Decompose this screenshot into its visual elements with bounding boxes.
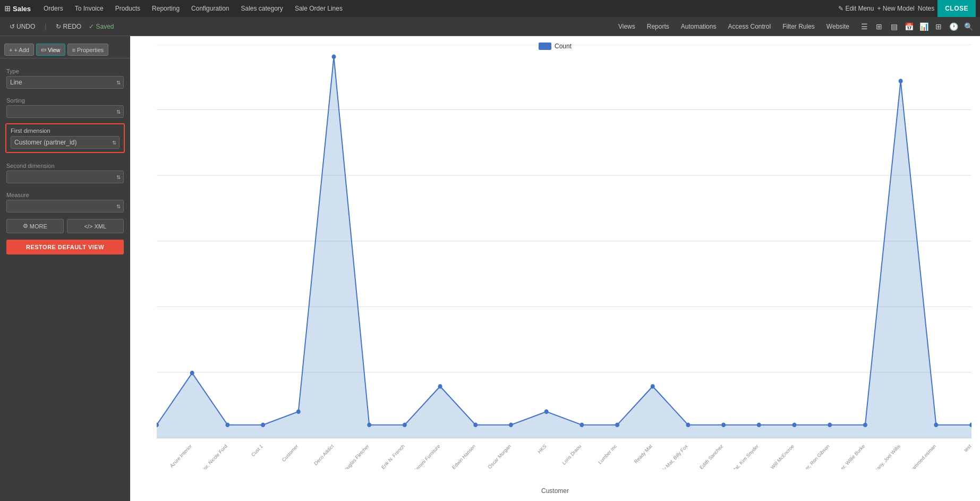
legend-label: Count [555,43,572,50]
sorting-section: Sorting [0,91,130,120]
view-icon: ▭ [41,46,46,53]
search-icon[interactable]: 🔍 [963,22,974,31]
undo-button[interactable]: ↺ UNDO [6,21,38,32]
x-label-11: HKS [537,444,548,455]
properties-button[interactable]: ≡ Properties [67,44,109,56]
x-label-5: Deco Addict [313,443,335,466]
chart-legend: Count [539,43,572,50]
data-point-15 [686,422,690,427]
app-name: Sales [13,5,31,13]
sorting-select[interactable] [6,105,124,118]
toolbar-website[interactable]: Website [824,22,851,31]
data-point-21 [899,79,903,83]
type-section: Type Line [0,62,130,91]
data-point-7 [403,422,407,427]
data-point-11 [544,410,549,414]
x-label-4: Customer [281,444,299,463]
sorting-label: Sorting [6,97,124,104]
redo-icon: ↻ [56,23,61,30]
line-chart: 0 5 10 15 20 25 30 [157,45,972,469]
grid-view-icon[interactable]: ⊞ [874,22,884,31]
first-dim-label: First dimension [11,128,120,134]
x-label-15: Ready Mat, Billy Fox [654,443,689,469]
x-label-13: Lumber Inc [597,443,618,465]
data-point-16 [721,422,726,427]
second-dim-select-wrapper [6,171,124,183]
nav-to-invoice[interactable]: To Invoice [70,3,109,14]
x-label-12: Loris Draou [561,444,583,466]
x-label-7: Erik N. French [380,444,405,469]
view-button[interactable]: ▭ View [36,44,65,56]
top-navigation: ⊞ Sales Orders To Invoice Products Repor… [0,0,980,17]
add-button[interactable]: + + Add [4,44,34,56]
toolbar-right: Views Reports Automations Access Control… [616,22,974,31]
properties-icon: ≡ [72,47,75,53]
chart-icon[interactable]: 📊 [918,22,929,31]
clock-icon[interactable]: 🕐 [948,22,959,31]
kanban-icon[interactable]: ▤ [889,22,899,31]
data-point-10 [509,422,513,427]
app-branding: ⊞ Sales [4,4,31,13]
nav-orders[interactable]: Orders [38,3,69,14]
first-dim-select-wrapper: Customer (partner_id) [11,136,120,149]
data-point-12 [580,422,584,427]
type-select[interactable]: Line [6,76,124,89]
x-axis-label: Customer [541,487,569,497]
x-label-23: test [963,443,972,453]
nav-products[interactable]: Products [110,3,146,14]
calendar-icon[interactable]: 📅 [904,22,914,31]
type-select-wrapper: Line [6,76,124,89]
second-dim-label: Second dimension [6,163,124,169]
data-point-19 [828,422,832,427]
xml-button[interactable]: </> XML [67,219,124,233]
toolbar-views[interactable]: Views [616,22,637,31]
chart-area: Count 0 5 10 15 20 25 30 [130,36,980,501]
nav-configuration[interactable]: Configuration [186,3,234,14]
x-label-22: mohammed.osman [905,444,937,469]
toolbar-reports[interactable]: Reports [645,22,671,31]
close-button[interactable]: CLOSE [938,0,976,17]
restore-default-button[interactable]: RESTORE DEFAULT VIEW [6,240,124,254]
data-point-5 [331,54,336,59]
toolbar-left: ↺ UNDO | ↻ REDO ✓ Saved [6,21,114,32]
data-point-1 [190,371,194,376]
list-view-icon[interactable]: ☰ [859,22,870,31]
nav-sale-order-lines[interactable]: Sale Order Lines [289,3,348,14]
extra-buttons: ⚙ MORE </> XML [0,215,130,237]
data-point-13 [615,422,619,427]
toolbar-access-control[interactable]: Access Control [726,22,773,31]
nav-reporting[interactable]: Reporting [147,3,185,14]
data-point-14 [651,384,655,389]
toolbar-filter-rules[interactable]: Filter Rules [780,22,817,31]
sidebar: + + Add ▭ View ≡ Properties Type Line S [0,36,130,501]
second-dim-select[interactable] [6,171,124,183]
measure-select[interactable] [6,200,124,213]
toolbar-divider: | [45,23,46,30]
redo-button[interactable]: ↻ REDO [53,21,84,32]
measure-section: Measure [0,185,130,215]
data-point-18 [792,422,797,427]
first-dimension-section: First dimension Customer (partner_id) [5,123,125,153]
first-dim-select[interactable]: Customer (partner_id) [11,136,120,149]
edit-menu-button[interactable]: ✎ Edit Menu [838,5,874,12]
toolbar-automations[interactable]: Automations [679,22,719,31]
chart-inner: Count 0 5 10 15 20 25 30 [130,36,980,501]
type-label: Type [6,68,124,74]
new-model-button[interactable]: + New Model [877,5,914,12]
more-button[interactable]: ⚙ MORE [6,219,64,233]
plus-icon: + [9,47,12,53]
x-label-3: Cust 1 [250,444,263,458]
x-label-17: Ready Mat, Kim Snyder [720,444,760,469]
sorting-select-wrapper [6,105,124,118]
grid-icon: ⊞ [4,4,11,13]
data-point-3 [261,422,265,427]
pivot-icon[interactable]: ⊞ [933,22,944,31]
undo-icon: ↺ [10,23,15,30]
toolbar-view-icons: ☰ ⊞ ▤ 📅 📊 ⊞ 🕐 🔍 [859,22,974,31]
x-label-1: Azure Interior [169,444,193,469]
nav-sales-category[interactable]: Sales category [235,3,288,14]
data-point-8 [438,384,442,389]
data-point-17 [757,422,761,427]
notes-button[interactable]: Notes [918,5,934,12]
data-point-2 [225,422,229,427]
